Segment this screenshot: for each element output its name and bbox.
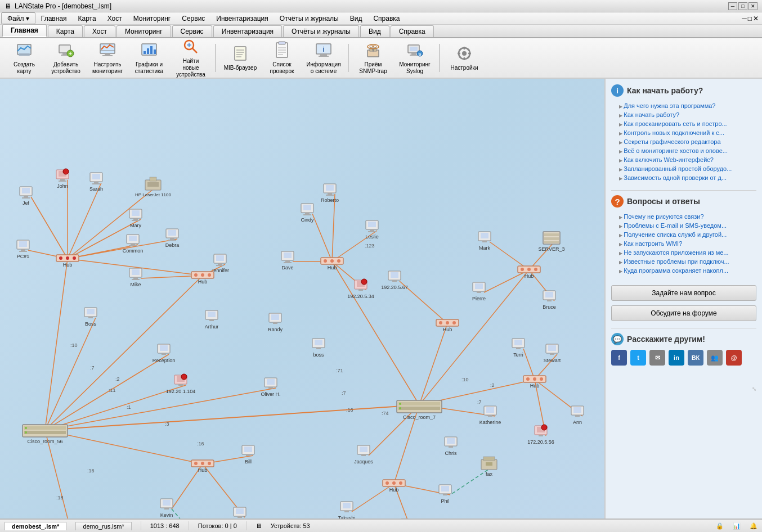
- info-link-7[interactable]: Запланированный простой оборудо...: [611, 164, 756, 173]
- forum-button[interactable]: Обсудите на форуме: [611, 305, 756, 321]
- svg-rect-241: [162, 353, 166, 355]
- svg-rect-133: [21, 249, 25, 251]
- menu-file[interactable]: Файл ▾: [1, 12, 35, 24]
- svg-line-96: [332, 262, 419, 405]
- question-icon: ?: [611, 195, 624, 208]
- close-btn[interactable]: ✕: [748, 2, 757, 10]
- info-link-4[interactable]: Секреты графического редактора: [611, 137, 756, 146]
- qa-link-0[interactable]: Почему не рисуются связи?: [611, 212, 756, 221]
- svg-text:Mike: Mike: [130, 282, 141, 287]
- window-controls[interactable]: ─ □ ✕: [728, 2, 757, 10]
- tab-monitoring[interactable]: Мониторинг: [116, 25, 171, 37]
- map-canvas[interactable]: Jef John Sarah: [0, 79, 604, 519]
- linkedin-icon[interactable]: in: [669, 350, 684, 366]
- info-link-8[interactable]: Зависимость одной проверки от д...: [611, 173, 756, 182]
- info-link-5[interactable]: Всё о мониторинге хостов и опове...: [611, 146, 756, 155]
- find-devices-button[interactable]: Найти новые устройства: [171, 40, 210, 75]
- qa-link-1[interactable]: Проблемы с E-mail и SMS-уведом...: [611, 221, 756, 230]
- submenu-controls[interactable]: ─ □ ✕: [742, 15, 761, 22]
- svg-line-98: [419, 323, 447, 405]
- maximize-btn[interactable]: □: [738, 2, 747, 10]
- tab-host[interactable]: Хост: [84, 25, 115, 37]
- status-tab-1[interactable]: demobest_.lsm*: [5, 522, 66, 530]
- menu-view[interactable]: Вид: [344, 12, 368, 24]
- social-icons-row: f t ✉ in ВК 👥 @: [611, 350, 756, 366]
- devices-icon: 🖥: [256, 522, 262, 529]
- info-link-0[interactable]: Для чего нужна эта программа?: [611, 101, 756, 110]
- menu-monitoring[interactable]: Мониторинг: [128, 12, 177, 24]
- facebook-icon[interactable]: f: [611, 350, 627, 366]
- ask-question-button[interactable]: Задайте нам вопрос: [611, 285, 756, 301]
- svg-point-211: [527, 268, 531, 271]
- svg-text:Dave: Dave: [281, 265, 293, 270]
- syslog-button[interactable]: S Мониторинг Syslog: [395, 40, 434, 75]
- svg-text:+: +: [69, 51, 72, 57]
- system-info-button[interactable]: i Информация о системе: [304, 40, 343, 75]
- find-devices-icon: [182, 38, 200, 56]
- resize-handle[interactable]: ⤡: [611, 373, 756, 385]
- qa-link-6[interactable]: Куда программа сохраняет накопл...: [611, 266, 756, 275]
- qa-link-3[interactable]: Как настроить WMI?: [611, 239, 756, 248]
- tab-main[interactable]: Главная: [2, 24, 47, 37]
- tab-service[interactable]: Сервис: [172, 25, 212, 37]
- submenu-min[interactable]: ─: [742, 15, 747, 22]
- qa-title: Вопросы и ответы: [627, 197, 700, 206]
- tab-reports[interactable]: Отчёты и журналы: [283, 25, 359, 37]
- svg-rect-1: [19, 53, 30, 56]
- menu-main[interactable]: Главная: [35, 12, 73, 24]
- svg-rect-52: [468, 53, 471, 55]
- svg-text:SERVER_3: SERVER_3: [539, 246, 565, 252]
- info-link-6[interactable]: Как включить Web-интерфейс?: [611, 155, 756, 164]
- submenu-restore[interactable]: □: [748, 15, 752, 22]
- svg-rect-240: [160, 345, 168, 351]
- menu-inventory[interactable]: Инвентаризация: [210, 12, 274, 24]
- menu-map[interactable]: Карта: [73, 12, 102, 24]
- charts-button[interactable]: Графики и статистика: [129, 40, 169, 75]
- settings-button[interactable]: Настройки: [445, 40, 484, 75]
- add-device-label: Добавить устройство: [49, 61, 83, 75]
- svg-rect-113: [60, 179, 65, 181]
- tab-help[interactable]: Справка: [391, 25, 434, 37]
- menu-service[interactable]: Сервис: [176, 12, 210, 24]
- check-list-button[interactable]: Список проверок: [262, 40, 302, 75]
- qa-link-5[interactable]: Известные проблемы при подключ...: [611, 257, 756, 266]
- share-section: 💬 Расскажите другим! f t ✉ in ВК 👥 @: [611, 333, 756, 366]
- svg-rect-20: [235, 47, 246, 60]
- info-link-1[interactable]: Как начать работу?: [611, 110, 756, 119]
- status-tab-2[interactable]: demo_rus.lsm*: [75, 522, 131, 530]
- mail-icon2[interactable]: @: [726, 350, 742, 366]
- svg-text:172.20.5.56: 172.20.5.56: [527, 439, 554, 445]
- svg-point-224: [446, 321, 449, 324]
- svg-text:Mary: Mary: [130, 223, 141, 228]
- submenu-close[interactable]: ✕: [753, 15, 759, 22]
- tab-view[interactable]: Вид: [360, 25, 389, 37]
- mib-browser-button[interactable]: MIB-браузер: [221, 40, 260, 75]
- vk-icon[interactable]: ВК: [688, 350, 703, 366]
- check-list-icon: [273, 41, 291, 59]
- svg-text:Cisco_room_56: Cisco_room_56: [27, 439, 62, 444]
- svg-text::7: :7: [477, 399, 482, 405]
- setup-monitoring-button[interactable]: Настроить мониторинг: [88, 40, 127, 75]
- menu-reports[interactable]: Отчёты и журналы: [274, 12, 344, 24]
- create-map-button[interactable]: Создать карту: [5, 40, 44, 75]
- add-device-button[interactable]: + Добавить устройство: [46, 40, 86, 75]
- svg-line-69: [312, 214, 332, 262]
- menu-help[interactable]: Справка: [367, 12, 405, 24]
- svg-point-48: [462, 51, 467, 56]
- info-link-3[interactable]: Контроль новых подключений к с...: [611, 128, 756, 137]
- menu-host[interactable]: Хост: [102, 12, 128, 24]
- minimize-btn[interactable]: ─: [728, 2, 737, 10]
- svg-rect-254: [268, 387, 273, 389]
- email-icon[interactable]: ✉: [649, 350, 665, 366]
- qa-link-2[interactable]: Получение списка служб и другой...: [611, 230, 756, 239]
- people-icon[interactable]: 👥: [707, 350, 723, 366]
- twitter-icon[interactable]: t: [630, 350, 646, 366]
- qa-link-4[interactable]: Не запускаются приложения из ме...: [611, 248, 756, 257]
- tab-map[interactable]: Карта: [48, 25, 83, 37]
- info-link-2[interactable]: Как просканировать сеть и постро...: [611, 119, 756, 128]
- svg-text::18: :18: [56, 495, 64, 501]
- snmp-trap-button[interactable]: Приём SNMP-trap: [353, 40, 393, 75]
- svg-rect-114: [59, 181, 66, 182]
- tab-inventory[interactable]: Инвентаризация: [213, 25, 282, 37]
- svg-text:Ann: Ann: [573, 420, 582, 425]
